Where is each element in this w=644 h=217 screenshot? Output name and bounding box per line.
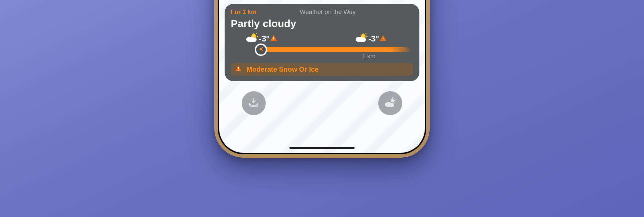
- svg-point-15: [360, 37, 366, 42]
- svg-line-3: [256, 34, 257, 34]
- svg-rect-8: [273, 39, 274, 40]
- partly-cloudy-icon: [384, 97, 396, 109]
- svg-rect-19: [238, 70, 239, 71]
- svg-rect-18: [238, 67, 239, 69]
- svg-point-20: [391, 99, 394, 103]
- svg-rect-7: [273, 37, 274, 39]
- warning-icon: [270, 34, 277, 44]
- phone-frame: For 1 km Weather on the Way Partly cloud…: [214, 0, 430, 158]
- weather-widget[interactable]: For 1 km Weather on the Way Partly cloud…: [225, 4, 419, 81]
- app-name-label: Weather on the Way: [242, 9, 413, 16]
- svg-line-12: [366, 34, 366, 34]
- partly-cloudy-icon: [355, 33, 368, 45]
- route-end-stop: -3°: [355, 33, 386, 45]
- route-forecast: -3°: [231, 33, 413, 61]
- navigation-arrow-icon: [258, 46, 264, 53]
- weather-alert-bar[interactable]: Moderate Snow Or Ice: [231, 63, 413, 76]
- end-temp: -3°: [368, 34, 379, 44]
- alert-text: Moderate Snow Or Ice: [247, 65, 319, 73]
- phone-screen: For 1 km Weather on the Way Partly cloud…: [219, 0, 425, 153]
- download-tray-icon: [248, 97, 260, 110]
- svg-line-23: [394, 99, 394, 99]
- phone-bezel: For 1 km Weather on the Way Partly cloud…: [218, 0, 426, 154]
- svg-line-24: [394, 103, 394, 103]
- svg-point-26: [389, 103, 394, 107]
- start-temp: -3°: [259, 34, 270, 44]
- condition-text: Partly cloudy: [231, 18, 413, 29]
- svg-rect-17: [383, 39, 383, 40]
- weather-button[interactable]: [378, 91, 402, 115]
- warning-icon: [235, 65, 242, 74]
- svg-point-6: [250, 37, 257, 42]
- svg-rect-16: [383, 37, 383, 39]
- home-indicator[interactable]: [289, 147, 355, 149]
- current-position-marker: [255, 44, 267, 56]
- download-button[interactable]: [242, 91, 266, 115]
- partly-cloudy-icon: [246, 33, 258, 45]
- route-start-stop: -3°: [246, 33, 277, 45]
- widget-header: For 1 km Weather on the Way: [231, 9, 413, 16]
- route-progress-bar: [255, 47, 410, 52]
- end-distance-label: 1 km: [362, 53, 375, 60]
- warning-icon: [380, 34, 386, 44]
